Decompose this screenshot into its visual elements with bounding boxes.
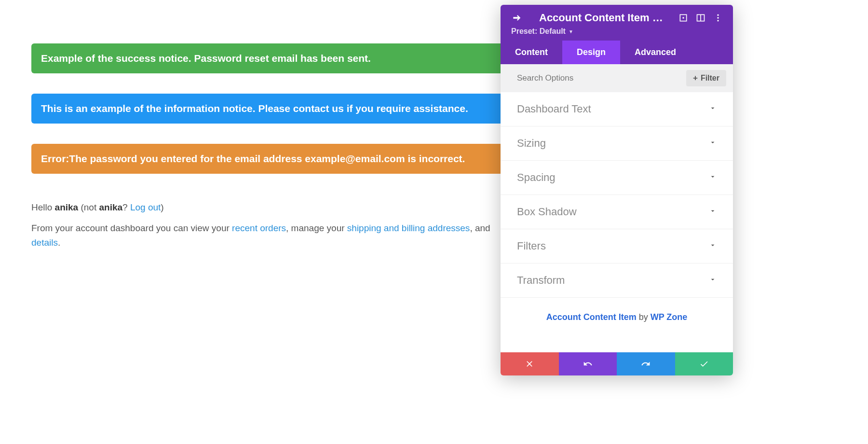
option-box-shadow[interactable]: Box Shadow (501, 195, 733, 229)
plus-icon: + (693, 73, 698, 83)
panel-title: Account Content Item … (539, 12, 671, 24)
tab-advanced[interactable]: Advanced (620, 41, 691, 64)
svg-point-5 (717, 17, 719, 18)
redo-button[interactable] (617, 352, 675, 375)
filter-label: Filter (701, 74, 719, 83)
notice-success-text: Example of the success notice. Password … (41, 53, 371, 64)
notice-error-label: Error (41, 153, 66, 164)
notice-error-text: :The password you entered for the email … (66, 153, 465, 164)
chevron-down-icon (709, 241, 717, 251)
option-sizing[interactable]: Sizing (501, 126, 733, 161)
not-suffix: ? (122, 202, 130, 212)
recent-orders-link[interactable]: recent orders (232, 223, 286, 233)
svg-point-4 (717, 14, 719, 16)
action-bar (501, 352, 733, 375)
close-paren: ) (161, 202, 163, 212)
filter-button[interactable]: + Filter (686, 70, 726, 86)
chevron-down-icon (709, 276, 717, 285)
options-list: Dashboard Text Sizing Spacing Box Shadow… (501, 92, 733, 352)
module-byline: Account Content Item by WP Zone (501, 298, 733, 342)
dash-line2a: From your account dashboard you can view… (31, 223, 232, 233)
addresses-link[interactable]: shipping and billing addresses (347, 223, 470, 233)
caret-down-icon: ▼ (569, 29, 573, 34)
option-filters[interactable]: Filters (501, 229, 733, 264)
panel-tabs: Content Design Advanced (501, 41, 733, 64)
columns-icon[interactable] (695, 13, 706, 23)
option-label: Spacing (517, 171, 556, 184)
tab-design[interactable]: Design (562, 41, 620, 64)
panel-header: Account Content Item … Preset: Default ▼ (501, 5, 733, 41)
option-dashboard-text[interactable]: Dashboard Text (501, 92, 733, 126)
more-icon[interactable] (713, 13, 723, 23)
logout-link[interactable]: Log out (130, 202, 161, 212)
module-name-link[interactable]: Account Content Item (546, 312, 637, 322)
chevron-down-icon (709, 139, 717, 148)
not-prefix: (not (78, 202, 99, 212)
option-label: Transform (517, 274, 565, 287)
author-link[interactable]: WP Zone (651, 312, 688, 322)
search-row: + Filter (501, 64, 733, 92)
undo-button[interactable] (559, 352, 617, 375)
notice-info-text: This is an example of the information no… (41, 103, 468, 114)
option-label: Filters (517, 240, 546, 252)
option-label: Sizing (517, 137, 546, 150)
dash-line2d: . (58, 237, 60, 248)
account-details-link[interactable]: details (31, 237, 58, 248)
option-label: Box Shadow (517, 206, 577, 218)
option-transform[interactable]: Transform (501, 264, 733, 298)
svg-point-1 (682, 17, 684, 18)
search-input[interactable] (517, 73, 686, 83)
settings-panel: Account Content Item … Preset: Default ▼… (501, 5, 733, 375)
username: anika (55, 202, 79, 212)
back-icon[interactable] (511, 13, 522, 23)
chevron-down-icon (709, 207, 717, 217)
option-label: Dashboard Text (517, 103, 591, 115)
svg-point-6 (717, 20, 719, 21)
dash-line2b: , manage your (286, 223, 347, 233)
preset-selector[interactable]: Preset: Default ▼ (511, 27, 573, 36)
chevron-down-icon (709, 173, 717, 182)
byline-by: by (637, 312, 651, 322)
save-button[interactable] (675, 352, 733, 375)
hello-text: Hello (31, 202, 55, 212)
expand-icon[interactable] (678, 13, 689, 23)
cancel-button[interactable] (501, 352, 559, 375)
username-repeat: anika (99, 202, 122, 212)
undo-arrow-icon[interactable] (522, 13, 532, 23)
tab-content[interactable]: Content (501, 41, 562, 64)
chevron-down-icon (709, 104, 717, 114)
preset-label: Preset: Default (511, 27, 566, 36)
option-spacing[interactable]: Spacing (501, 161, 733, 195)
dash-line2c: , and (470, 223, 490, 233)
